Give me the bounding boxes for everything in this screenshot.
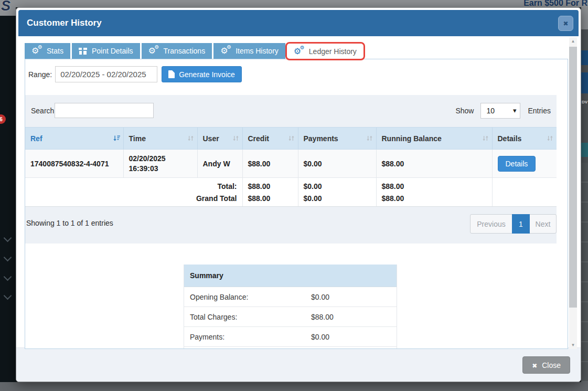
pager: Previous 1 Next [471, 214, 557, 234]
notification-badge: 6 [0, 114, 6, 124]
summary-value: $88.00 [311, 313, 334, 321]
column-header-ref[interactable]: Ref [25, 128, 123, 150]
summary-table: Summary Opening Balance: $0.00 Total Cha… [184, 265, 397, 349]
summary-header: Summary [184, 265, 397, 287]
site-logo: S [0, 0, 16, 16]
sort-icon [482, 134, 489, 144]
page-size-value: 10 [486, 107, 495, 115]
chevron-down-icon [4, 292, 12, 300]
table-header-row: Ref Time [25, 128, 557, 150]
generate-invoice-label: Generate Invoice [179, 70, 235, 79]
totals-credit: $88.00 $88.00 [242, 178, 298, 207]
sort-icon [366, 134, 373, 144]
totals-running-balance: $88.00 $88.00 [376, 178, 492, 207]
totals-details-empty [492, 178, 557, 207]
tab-label: Ledger History [309, 47, 357, 56]
close-button[interactable]: Close [522, 356, 570, 374]
summary-label: Total Charges: [184, 313, 311, 321]
tab-transactions[interactable]: Transactions [142, 43, 212, 59]
summary-row: Total Charges: $88.00 [184, 307, 397, 327]
column-header-time[interactable]: Time [123, 128, 197, 150]
screen: Earn $500 For R S 6 DV Customer History … [0, 0, 588, 391]
customer-history-modal: Customer History Stats Point Details Tra… [16, 7, 581, 382]
tab-bar: Stats Point Details Transactions Items H… [25, 43, 365, 59]
file-icon [168, 70, 175, 78]
background-sidebar: 6 [0, 16, 16, 382]
cell-user: Andy W [197, 150, 242, 178]
entries-label: Entries [528, 107, 551, 115]
banner-text: Earn $500 For R [523, 0, 587, 7]
next-page-button[interactable]: Next [529, 214, 557, 234]
range-row: Range: Generate Invoice [28, 66, 242, 82]
column-header-running-balance[interactable]: Running Balance [376, 128, 492, 150]
search-input[interactable] [55, 103, 154, 118]
column-header-payments[interactable]: Payments [298, 128, 376, 150]
gift-icon [79, 47, 87, 55]
column-header-user[interactable]: User [197, 128, 242, 150]
summary-value: $0.00 [311, 333, 329, 341]
summary-label: Opening Balance: [184, 293, 311, 301]
range-label: Range: [28, 70, 52, 79]
chevron-down-icon [4, 234, 12, 242]
totals-labels: Total: Grand Total [25, 178, 242, 207]
tab-ledger-history[interactable]: Ledger History [287, 43, 364, 59]
range-input[interactable] [55, 66, 157, 82]
cell-running-balance: $88.00 [376, 150, 492, 178]
totals-payments: $0.00 $0.00 [298, 178, 376, 207]
cell-details: Details [492, 150, 557, 178]
summary-row-clipped [184, 347, 397, 349]
sort-desc-icon [113, 134, 121, 144]
page-1-button[interactable]: 1 [512, 214, 530, 234]
modal-footer: Close [16, 347, 581, 382]
generate-invoice-button[interactable]: Generate Invoice [162, 66, 242, 82]
summary-row: Payments: $0.00 [184, 327, 397, 347]
background-blue-box [581, 50, 588, 65]
background-banner: Earn $500 For R [0, 0, 588, 7]
tab-label: Transactions [164, 47, 206, 55]
sort-icon [187, 134, 195, 144]
ledger-table: Ref Time [25, 127, 557, 207]
search-label: Search: [31, 107, 56, 115]
scroll-up-icon[interactable] [569, 37, 577, 45]
tab-content: Range: Generate Invoice Search: Show 10 … [25, 59, 568, 349]
close-x-icon [532, 361, 537, 369]
background-right-top [581, 7, 588, 29]
background-teal-box [581, 143, 588, 157]
cell-payments: $0.00 [298, 150, 376, 178]
scrollbar-thumb[interactable] [569, 47, 577, 308]
modal-close-icon[interactable] [558, 16, 573, 31]
modal-header: Customer History [18, 10, 579, 36]
summary-label: Payments: [184, 333, 311, 341]
show-label: Show [455, 107, 474, 115]
tab-label: Items History [236, 47, 279, 55]
page-size-select[interactable]: 10 [480, 103, 520, 119]
gears-icon [31, 47, 42, 55]
tab-label: Point Details [92, 47, 133, 55]
scroll-down-icon[interactable] [569, 341, 577, 349]
modal-scrollbar[interactable] [569, 37, 577, 349]
gears-icon [220, 47, 231, 55]
column-header-credit[interactable]: Credit [242, 128, 298, 150]
gears-icon [148, 47, 159, 55]
tab-point-details[interactable]: Point Details [72, 43, 140, 59]
table-row: 1740087540832-4-4071 02/20/2025 16:39:03… [25, 150, 557, 178]
tab-label: Stats [47, 47, 63, 55]
summary-row: Opening Balance: $0.00 [184, 287, 397, 307]
ledger-table-panel: Search: Show 10 Entries [25, 95, 557, 244]
previous-page-button[interactable]: Previous [470, 214, 512, 234]
details-button[interactable]: Details [498, 156, 536, 172]
background-bottom-strip [0, 382, 588, 391]
sort-icon [232, 134, 240, 144]
background-side-text: DV [582, 100, 587, 104]
background-rows [581, 163, 588, 382]
cell-time: 02/20/2025 16:39:03 [123, 150, 197, 178]
sort-icon [287, 134, 295, 144]
tab-items-history[interactable]: Items History [213, 43, 285, 59]
modal-title: Customer History [27, 18, 102, 28]
sort-icon [546, 134, 554, 144]
chevron-down-icon [4, 273, 12, 281]
tab-stats[interactable]: Stats [25, 43, 70, 59]
pagination-row: Showing 1 to 1 of 1 entries Previous 1 N… [25, 206, 557, 244]
background-blue-box [581, 72, 588, 93]
column-header-details[interactable]: Details [492, 128, 557, 150]
